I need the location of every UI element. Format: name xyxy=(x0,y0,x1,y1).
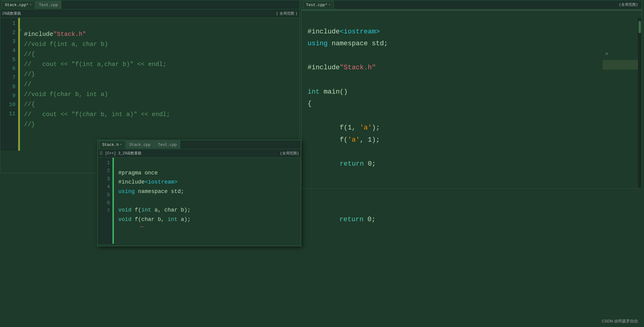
test-cpp-bottom: return 0; xyxy=(301,188,642,327)
code-line-2: //void f(int a, char b) xyxy=(24,41,108,48)
stack-cpp-code-area: 1 2 3 4 5 6 7 8 9 10 11 ⊟ #include"Stack… xyxy=(0,18,299,151)
close-icon[interactable]: × xyxy=(30,3,32,7)
code-line-8: //{ xyxy=(24,101,35,108)
test-line-12: return 0; xyxy=(308,160,376,168)
scrollbar-test[interactable] xyxy=(638,18,642,188)
code-line-11 xyxy=(24,131,28,138)
code-line-5: //} xyxy=(24,71,35,78)
tab-label: Stack.cpp xyxy=(129,143,151,147)
tab-label: Test.cpp xyxy=(158,143,177,147)
tab-stack-h[interactable]: Stack.h × xyxy=(99,141,125,149)
close-icon-test[interactable]: × xyxy=(329,3,330,7)
bottom-line-1 xyxy=(307,204,311,212)
stackh-line-1: #pragma once xyxy=(118,170,158,176)
stack-h-tabbar: Stack.h × Stack.cpp Test.cpp xyxy=(98,140,301,149)
stack-h-panel: Stack.h × Stack.cpp Test.cpp ☰ [C++] 3_2… xyxy=(97,140,301,246)
code-line-3: //{ xyxy=(24,51,35,58)
tab-test-cpp-left[interactable]: Test.cpp xyxy=(36,1,61,9)
test-cpp-panel: Test.cpp* × (全局范围) #include<iostream> us… xyxy=(301,0,642,188)
test-cpp-tabbar: Test.cpp* × (全局范围) xyxy=(301,0,642,9)
tab-testcpp-in-h[interactable]: Test.cpp xyxy=(155,141,180,149)
line-numbers-stack-h: 1 2 3 4 5 6 7 xyxy=(98,158,113,244)
code-line-4: // cout << "f(int a,char b)" << endl; xyxy=(24,61,166,68)
close-icon-stackh[interactable]: × xyxy=(120,143,122,146)
test-line-8 xyxy=(308,112,312,120)
scope-label: ( xyxy=(276,12,278,16)
code-line-6: // xyxy=(24,81,31,88)
stack-cpp-toolbar: 29函数重载 ( 全局范围 ) xyxy=(0,9,299,18)
stack-cpp-code[interactable]: #include"Stack.h" //void f(int a, char b… xyxy=(21,18,299,151)
scrollbar-thumb[interactable] xyxy=(639,21,641,33)
scope-close: ) xyxy=(295,12,298,16)
test-line-10: f('a', 1); xyxy=(308,136,380,144)
tab-test-cpp[interactable]: Test.cpp* × xyxy=(303,1,334,9)
watermark: CSDN @阿森罗自信 xyxy=(602,318,638,324)
tab-stack-cpp[interactable]: Stack.cpp* × xyxy=(2,1,35,9)
stackh-line-7 xyxy=(118,225,122,232)
code-line-7: //void f(char b, int a) xyxy=(24,91,108,98)
code-line-10: //} xyxy=(24,121,35,128)
test-line-2: using namespace std; xyxy=(308,40,388,47)
func-selector-h[interactable]: ☰ [C++] 3_29函数重载 xyxy=(99,151,141,156)
stackh-line-2: #include<iostream> xyxy=(118,179,177,185)
test-line-6: int main() xyxy=(308,88,348,96)
tab-label: Stack.h xyxy=(102,143,119,147)
stack-h-toolbar: ☰ [C++] 3_29函数重载 (全局范围) xyxy=(98,149,301,158)
code-line-9: // cout << "f(char b, int a)" << endl; xyxy=(24,111,170,118)
test-cpp-code[interactable]: #include<iostream> using namespace std; … xyxy=(301,11,642,185)
line-numbers-stack-cpp: 1 2 3 4 5 6 7 8 9 10 11 xyxy=(0,18,19,151)
stack-h-code[interactable]: #pragma once #include<iostream> using na… xyxy=(115,158,301,244)
tab-label: Test.cpp xyxy=(39,3,58,7)
test-line-4: #include"Stack.h" xyxy=(308,64,376,71)
stackh-line-6: void f(char b, int a); xyxy=(118,216,191,222)
test-line-11 xyxy=(308,148,312,156)
code-line-1: #include"Stack.h" xyxy=(24,31,86,38)
func-selector[interactable]: 29函数重载 xyxy=(2,11,21,16)
test-line-7: { xyxy=(308,100,312,108)
test-line-1: #include<iostream> xyxy=(308,28,380,36)
stackh-line-3: using namespace std; xyxy=(118,188,184,194)
test-cpp-bottom-code: return 0; xyxy=(301,188,642,239)
stack-h-code-area: 1 2 3 4 5 6 7 #pragma once #include<iost… xyxy=(98,158,301,244)
tab-label: Test.cpp* xyxy=(306,3,327,7)
stack-cpp-tabbar: Stack.cpp* × Test.cpp xyxy=(0,0,299,9)
scope-value: 全局范围 xyxy=(280,11,294,16)
bottom-line-2: return 0; xyxy=(307,216,375,223)
collapse-main-icon[interactable]: ⊟ xyxy=(606,51,608,56)
stackh-line-5: void f(int a, char b); xyxy=(118,207,191,213)
test-line-5 xyxy=(308,76,312,84)
tab-label: Stack.cpp* xyxy=(5,3,29,7)
tab-stackcpp-in-h[interactable]: Stack.cpp xyxy=(126,141,154,149)
scope-test: (全局范围) xyxy=(617,2,640,7)
squiggly-indicator xyxy=(140,226,143,227)
test-line-3 xyxy=(308,52,312,60)
stackh-line-4 xyxy=(118,198,122,204)
test-line-9: f(1, 'a'); xyxy=(308,124,380,132)
scope-h: (全局范围) xyxy=(280,151,299,156)
